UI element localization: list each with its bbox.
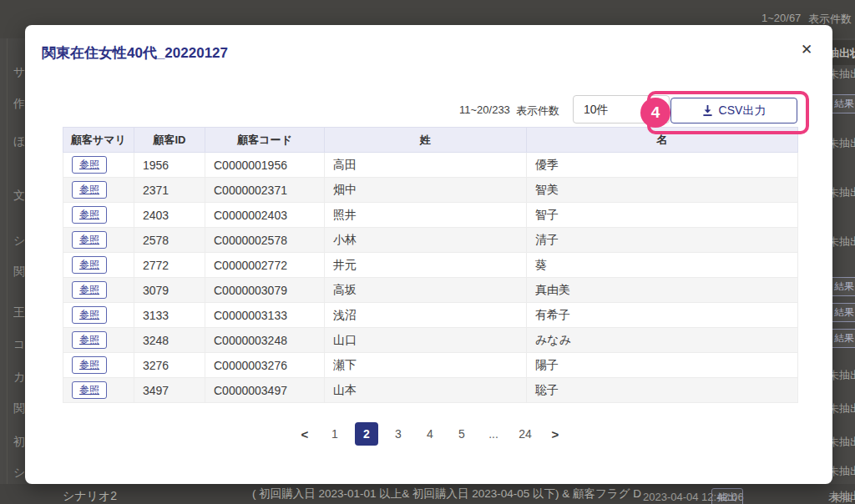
customer-code: C0000003276	[205, 353, 325, 378]
customer-lastname: 畑中	[325, 178, 527, 203]
table-header-row: 顧客サマリ 顧客ID 顧客コード 姓 名	[63, 128, 798, 153]
reference-button[interactable]: 参照	[72, 156, 107, 174]
reference-button[interactable]: 参照	[72, 331, 107, 349]
pagination-next-icon[interactable]: >	[545, 422, 565, 446]
pagination-ellipsis: ...	[482, 422, 505, 446]
customer-id: 2772	[134, 253, 205, 278]
customer-firstname: みなみ	[527, 328, 798, 353]
reference-button[interactable]: 参照	[72, 381, 107, 399]
pagination-prev-icon[interactable]: <	[295, 422, 315, 446]
customer-id: 3276	[134, 353, 205, 378]
pagination-page-5[interactable]: 5	[450, 422, 473, 446]
customer-code: C0000001956	[205, 153, 325, 178]
background-condition-text: ( 初回購入日 2023-01-01 以上& 初回購入日 2023-04-05 …	[252, 486, 641, 501]
column-header-code: 顧客コード	[205, 128, 325, 153]
customer-code: C0000003497	[205, 378, 325, 403]
customer-list-modal: 関東在住女性40代_20220127 ✕ 11~20/233 表示件数 10件 …	[25, 25, 832, 484]
pagesize-label: 表示件数	[516, 103, 559, 118]
customer-lastname: 浅沼	[325, 303, 527, 328]
customer-code: C0000003248	[205, 328, 325, 353]
table-row: 参照 3248 C0000003248 山口 みなみ	[63, 328, 798, 353]
customer-lastname: 井元	[325, 253, 527, 278]
customer-firstname: 優季	[527, 153, 798, 178]
column-header-lastname: 姓	[325, 128, 527, 153]
close-icon[interactable]: ✕	[795, 38, 818, 62]
customer-firstname: 清子	[527, 228, 798, 253]
customer-id: 3248	[134, 328, 205, 353]
customer-firstname: 真由美	[527, 278, 798, 303]
result-range-info: 11~20/233	[459, 103, 510, 116]
customer-firstname: 聡子	[527, 378, 798, 403]
background-range-info: 1~20/67	[761, 12, 801, 24]
pagination-page-1[interactable]: 1	[323, 422, 347, 446]
customer-table: 顧客サマリ 顧客ID 顧客コード 姓 名 参照 1956 C0000001956…	[63, 127, 798, 403]
reference-button[interactable]: 参照	[72, 306, 107, 324]
column-header-id: 顧客ID	[134, 128, 205, 153]
reference-button[interactable]: 参照	[72, 356, 107, 374]
reference-button[interactable]: 参照	[72, 281, 107, 299]
customer-lastname: 山口	[325, 328, 527, 353]
customer-code: C0000002772	[205, 253, 325, 278]
column-header-firstname: 名	[527, 128, 798, 153]
table-row: 参照 1956 C0000001956 高田 優季	[63, 153, 798, 178]
background-scenario-name: シナリオ2	[63, 489, 117, 504]
customer-code: C0000002403	[205, 203, 325, 228]
customer-id: 3079	[134, 278, 205, 303]
reference-button[interactable]: 参照	[72, 231, 107, 249]
table-row: 参照 3133 C0000003133 浅沼 有希子	[63, 303, 798, 328]
customer-id: 2371	[134, 178, 205, 203]
customer-lastname: 高田	[325, 153, 527, 178]
customer-id: 3497	[134, 378, 205, 403]
customer-lastname: 瀬下	[325, 353, 527, 378]
csv-export-label: CSV出力	[719, 103, 766, 118]
table-row: 参照 2403 C0000002403 照井 智子	[63, 203, 798, 228]
table-row: 参照 2772 C0000002772 井元 葵	[63, 253, 798, 278]
table-row: 参照 2578 C0000002578 小林 清子	[63, 228, 798, 253]
customer-code: C0000003133	[205, 303, 325, 328]
table-row: 参照 3497 C0000003497 山本 聡子	[63, 378, 798, 403]
background-status: 未抽	[831, 491, 852, 504]
customer-id: 2578	[134, 228, 205, 253]
table-row: 参照 2371 C0000002371 畑中 智美	[63, 178, 798, 203]
customer-lastname: 山本	[325, 378, 527, 403]
pagination: < 1 2 3 4 5 ... 24 >	[63, 421, 797, 447]
table-row: 参照 3079 C0000003079 高坂 真由美	[63, 278, 798, 303]
background-extract-button: 抽出	[711, 488, 743, 504]
pagination-page-24[interactable]: 24	[514, 422, 537, 446]
customer-firstname: 陽子	[527, 353, 798, 378]
customer-id: 1956	[134, 153, 205, 178]
customer-id: 2403	[134, 203, 205, 228]
customer-firstname: 有希子	[527, 303, 798, 328]
customer-id: 3133	[134, 303, 205, 328]
customer-lastname: 照井	[325, 203, 527, 228]
reference-button[interactable]: 参照	[72, 181, 107, 199]
customer-lastname: 高坂	[325, 278, 527, 303]
modal-title: 関東在住女性40代_20220127	[42, 43, 228, 63]
customer-firstname: 智美	[527, 178, 798, 203]
reference-button[interactable]: 参照	[72, 206, 107, 224]
annotation-step-number: 4	[640, 98, 670, 128]
pagination-page-4[interactable]: 4	[418, 422, 442, 446]
column-header-summary: 顧客サマリ	[63, 128, 134, 153]
customer-lastname: 小林	[325, 228, 527, 253]
table-row: 参照 3276 C0000003276 瀬下 陽子	[63, 353, 798, 378]
customer-code: C0000002578	[205, 228, 325, 253]
customer-firstname: 葵	[527, 253, 798, 278]
background-table-border	[7, 38, 8, 504]
customer-code: C0000003079	[205, 278, 325, 303]
csv-export-button[interactable]: CSV出力	[670, 98, 797, 123]
reference-button[interactable]: 参照	[72, 256, 107, 274]
pagination-page-2-active[interactable]: 2	[355, 422, 378, 446]
pagination-page-3[interactable]: 3	[387, 422, 410, 446]
customer-firstname: 智子	[527, 203, 798, 228]
customer-code: C0000002371	[205, 178, 325, 203]
download-icon	[702, 105, 713, 117]
